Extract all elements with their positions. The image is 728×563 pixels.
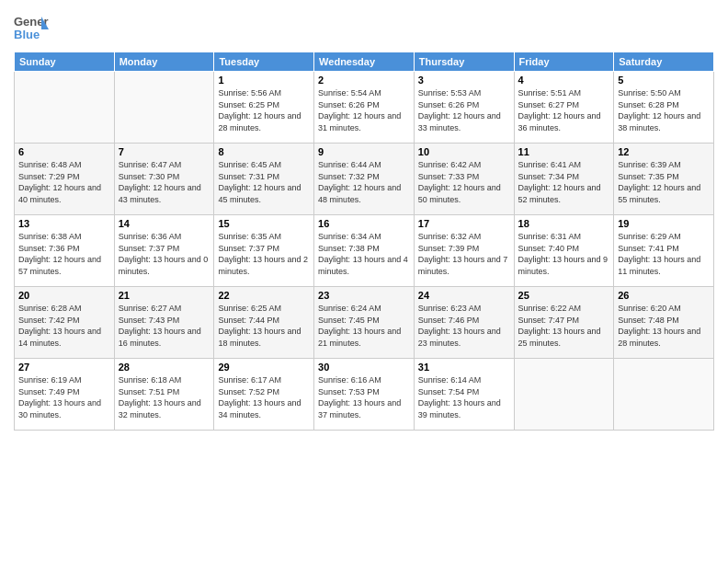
- day-number: 27: [18, 362, 110, 373]
- day-info: Sunrise: 6:16 AMSunset: 7:53 PMDaylight:…: [318, 374, 410, 420]
- calendar-cell: 13Sunrise: 6:38 AMSunset: 7:36 PMDayligh…: [15, 215, 115, 287]
- day-info: Sunrise: 6:47 AMSunset: 7:30 PMDaylight:…: [119, 159, 210, 205]
- day-number: 5: [618, 75, 710, 86]
- day-number: 26: [618, 290, 710, 301]
- weekday-header-row: SundayMondayTuesdayWednesdayThursdayFrid…: [15, 52, 714, 72]
- weekday-header-wednesday: Wednesday: [314, 52, 415, 72]
- day-info: Sunrise: 6:19 AMSunset: 7:49 PMDaylight:…: [18, 374, 110, 420]
- day-number: 20: [18, 290, 110, 301]
- day-number: 6: [18, 146, 110, 157]
- day-info: Sunrise: 6:48 AMSunset: 7:29 PMDaylight:…: [18, 159, 110, 205]
- day-info: Sunrise: 6:39 AMSunset: 7:35 PMDaylight:…: [618, 159, 710, 205]
- calendar-cell: 6Sunrise: 6:48 AMSunset: 7:29 PMDaylight…: [15, 144, 115, 215]
- day-info: Sunrise: 6:36 AMSunset: 7:37 PMDaylight:…: [119, 231, 210, 277]
- day-info: Sunrise: 6:45 AMSunset: 7:31 PMDaylight:…: [218, 159, 310, 205]
- day-info: Sunrise: 6:27 AMSunset: 7:43 PMDaylight:…: [119, 303, 210, 349]
- weekday-header-tuesday: Tuesday: [214, 52, 314, 72]
- calendar-week-row: 13Sunrise: 6:38 AMSunset: 7:36 PMDayligh…: [15, 215, 714, 287]
- calendar-cell: 10Sunrise: 6:42 AMSunset: 7:33 PMDayligh…: [414, 144, 514, 215]
- day-number: 29: [218, 362, 310, 373]
- day-info: Sunrise: 6:14 AMSunset: 7:54 PMDaylight:…: [418, 374, 510, 420]
- calendar-cell: 28Sunrise: 6:18 AMSunset: 7:51 PMDayligh…: [114, 359, 214, 431]
- day-info: Sunrise: 6:35 AMSunset: 7:37 PMDaylight:…: [218, 231, 310, 277]
- day-number: 17: [418, 218, 510, 229]
- calendar-cell: 5Sunrise: 5:50 AMSunset: 6:28 PMDaylight…: [614, 72, 714, 144]
- weekday-header-saturday: Saturday: [614, 52, 714, 72]
- weekday-header-thursday: Thursday: [414, 52, 514, 72]
- day-info: Sunrise: 6:18 AMSunset: 7:51 PMDaylight:…: [119, 374, 210, 420]
- day-info: Sunrise: 6:23 AMSunset: 7:46 PMDaylight:…: [418, 303, 510, 349]
- day-info: Sunrise: 6:17 AMSunset: 7:52 PMDaylight:…: [218, 374, 310, 420]
- day-info: Sunrise: 5:54 AMSunset: 6:26 PMDaylight:…: [318, 87, 410, 133]
- calendar-cell: 11Sunrise: 6:41 AMSunset: 7:34 PMDayligh…: [514, 144, 614, 215]
- calendar-cell: 9Sunrise: 6:44 AMSunset: 7:32 PMDaylight…: [314, 144, 415, 215]
- calendar-table: SundayMondayTuesdayWednesdayThursdayFrid…: [14, 52, 714, 431]
- day-number: 2: [318, 75, 410, 86]
- day-number: 31: [418, 362, 510, 373]
- day-number: 13: [18, 218, 110, 229]
- day-info: Sunrise: 6:28 AMSunset: 7:42 PMDaylight:…: [18, 303, 110, 349]
- calendar-cell: 4Sunrise: 5:51 AMSunset: 6:27 PMDaylight…: [514, 72, 614, 144]
- day-info: Sunrise: 6:31 AMSunset: 7:40 PMDaylight:…: [518, 231, 610, 277]
- day-info: Sunrise: 5:56 AMSunset: 6:25 PMDaylight:…: [218, 87, 310, 133]
- day-info: Sunrise: 6:29 AMSunset: 7:41 PMDaylight:…: [618, 231, 710, 277]
- calendar-cell: [514, 359, 614, 431]
- day-number: 4: [518, 75, 610, 86]
- calendar-cell: 8Sunrise: 6:45 AMSunset: 7:31 PMDaylight…: [214, 144, 314, 215]
- calendar-week-row: 27Sunrise: 6:19 AMSunset: 7:49 PMDayligh…: [15, 359, 714, 431]
- day-number: 3: [418, 75, 510, 86]
- weekday-header-sunday: Sunday: [15, 52, 115, 72]
- calendar-cell: 18Sunrise: 6:31 AMSunset: 7:40 PMDayligh…: [514, 215, 614, 287]
- page-header: General Blue: [14, 9, 714, 44]
- page-container: General Blue SundayMondayTuesdayWednesda…: [0, 0, 728, 435]
- calendar-cell: 21Sunrise: 6:27 AMSunset: 7:43 PMDayligh…: [114, 287, 214, 359]
- day-number: 22: [218, 290, 310, 301]
- day-info: Sunrise: 5:50 AMSunset: 6:28 PMDaylight:…: [618, 87, 710, 133]
- day-info: Sunrise: 6:42 AMSunset: 7:33 PMDaylight:…: [418, 159, 510, 205]
- day-number: 30: [318, 362, 410, 373]
- day-number: 10: [418, 146, 510, 157]
- calendar-cell: 7Sunrise: 6:47 AMSunset: 7:30 PMDaylight…: [114, 144, 214, 215]
- calendar-cell: 1Sunrise: 5:56 AMSunset: 6:25 PMDaylight…: [214, 72, 314, 144]
- calendar-cell: 17Sunrise: 6:32 AMSunset: 7:39 PMDayligh…: [414, 215, 514, 287]
- calendar-cell: 20Sunrise: 6:28 AMSunset: 7:42 PMDayligh…: [15, 287, 115, 359]
- calendar-cell: 23Sunrise: 6:24 AMSunset: 7:45 PMDayligh…: [314, 287, 415, 359]
- calendar-week-row: 1Sunrise: 5:56 AMSunset: 6:25 PMDaylight…: [15, 72, 714, 144]
- day-info: Sunrise: 5:51 AMSunset: 6:27 PMDaylight:…: [518, 87, 610, 133]
- day-number: 7: [119, 146, 210, 157]
- day-number: 28: [119, 362, 210, 373]
- day-number: 18: [518, 218, 610, 229]
- logo-icon: General Blue: [14, 9, 49, 44]
- day-number: 16: [318, 218, 410, 229]
- day-info: Sunrise: 6:25 AMSunset: 7:44 PMDaylight:…: [218, 303, 310, 349]
- calendar-week-row: 20Sunrise: 6:28 AMSunset: 7:42 PMDayligh…: [15, 287, 714, 359]
- calendar-cell: 3Sunrise: 5:53 AMSunset: 6:26 PMDaylight…: [414, 72, 514, 144]
- calendar-cell: 30Sunrise: 6:16 AMSunset: 7:53 PMDayligh…: [314, 359, 415, 431]
- day-number: 21: [119, 290, 210, 301]
- calendar-cell: 25Sunrise: 6:22 AMSunset: 7:47 PMDayligh…: [514, 287, 614, 359]
- day-info: Sunrise: 6:34 AMSunset: 7:38 PMDaylight:…: [318, 231, 410, 277]
- calendar-cell: 24Sunrise: 6:23 AMSunset: 7:46 PMDayligh…: [414, 287, 514, 359]
- day-info: Sunrise: 6:41 AMSunset: 7:34 PMDaylight:…: [518, 159, 610, 205]
- calendar-cell: 19Sunrise: 6:29 AMSunset: 7:41 PMDayligh…: [614, 215, 714, 287]
- day-info: Sunrise: 6:32 AMSunset: 7:39 PMDaylight:…: [418, 231, 510, 277]
- calendar-week-row: 6Sunrise: 6:48 AMSunset: 7:29 PMDaylight…: [15, 144, 714, 215]
- day-info: Sunrise: 6:20 AMSunset: 7:48 PMDaylight:…: [618, 303, 710, 349]
- svg-text:Blue: Blue: [14, 28, 40, 41]
- weekday-header-friday: Friday: [514, 52, 614, 72]
- day-number: 25: [518, 290, 610, 301]
- calendar-cell: 22Sunrise: 6:25 AMSunset: 7:44 PMDayligh…: [214, 287, 314, 359]
- day-number: 24: [418, 290, 510, 301]
- calendar-cell: 14Sunrise: 6:36 AMSunset: 7:37 PMDayligh…: [114, 215, 214, 287]
- day-number: 8: [218, 146, 310, 157]
- day-info: Sunrise: 6:24 AMSunset: 7:45 PMDaylight:…: [318, 303, 410, 349]
- day-number: 23: [318, 290, 410, 301]
- calendar-cell: [114, 72, 214, 144]
- day-number: 19: [618, 218, 710, 229]
- calendar-cell: 31Sunrise: 6:14 AMSunset: 7:54 PMDayligh…: [414, 359, 514, 431]
- day-number: 12: [618, 146, 710, 157]
- calendar-cell: 26Sunrise: 6:20 AMSunset: 7:48 PMDayligh…: [614, 287, 714, 359]
- day-info: Sunrise: 5:53 AMSunset: 6:26 PMDaylight:…: [418, 87, 510, 133]
- calendar-cell: 15Sunrise: 6:35 AMSunset: 7:37 PMDayligh…: [214, 215, 314, 287]
- weekday-header-monday: Monday: [114, 52, 214, 72]
